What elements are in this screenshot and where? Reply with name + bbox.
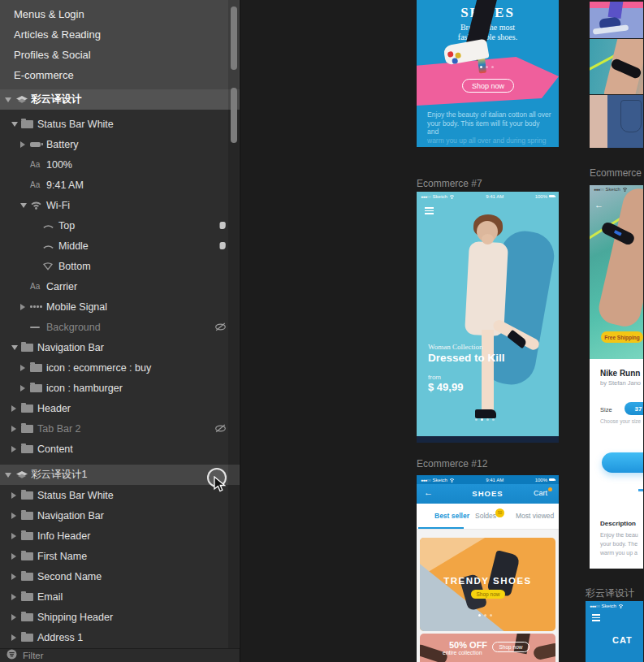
back-arrow-icon: ← [594,200,603,210]
artboard-nike-product[interactable]: ●●●○○ Sketch ← Free Shipping Nike Runn b… [590,185,643,569]
triangle-collapsed-icon[interactable] [11,426,21,432]
layer-label: Battery [46,139,79,150]
hamburger-icon [425,207,434,216]
triangle-collapsed-icon[interactable] [11,553,21,560]
artboard-title: 彩云译设计 [31,93,82,106]
layer-row[interactable]: Aa100% [0,154,240,175]
artboard-ecommerce-7[interactable]: ●●●○○ Sketch 9:41 AM 100% Woman Collecti… [417,192,559,443]
layer-row[interactable]: Header [0,398,240,418]
page-item[interactable]: Profiles & Social [0,45,240,65]
layer-row[interactable]: Status Bar White [0,485,240,505]
triangle-open-icon[interactable] [11,345,21,350]
triangle-open-icon[interactable] [5,97,15,102]
triangle-collapsed-icon[interactable] [11,533,21,539]
layer-row[interactable]: Bottom [0,256,240,276]
layer-row[interactable]: Middle [0,236,240,256]
layer-label: Wi-Fi [46,200,70,211]
triangle-collapsed-icon[interactable] [11,405,21,412]
size-hint: Choose your size [600,418,641,424]
filter-bar[interactable]: Filter [0,648,240,662]
page-label: Articles & Reading [14,28,101,41]
layer-label: Shipping Header [37,612,113,623]
layer-row[interactable]: Email [0,586,240,607]
hidden-eye-icon[interactable] [214,424,227,433]
triangle-collapsed-icon[interactable] [11,573,21,580]
layer-row[interactable]: First Name [0,546,240,566]
layer-row[interactable]: Content [0,439,240,459]
triangle-collapsed-icon[interactable] [11,594,21,600]
triangle-open-icon[interactable] [11,122,21,127]
tab-best-seller: Best seller [434,512,469,520]
layer-label: Content [37,443,73,455]
layer-row[interactable]: Top [0,215,240,236]
page-item[interactable]: Menus & Login [0,4,240,24]
folder-icon [21,552,37,560]
layer-row[interactable]: Shipping Header [0,607,240,627]
battery-icon [549,478,555,482]
scrollbar-thumb[interactable] [231,6,237,70]
tile-denim [590,95,643,148]
layer-row[interactable]: Aa9:41 AM [0,175,240,195]
layer-row[interactable]: Info Header [0,526,240,546]
layer-row[interactable]: Battery [0,134,240,154]
artboard-categories[interactable]: ●●●○○ Sketch CAT [586,601,643,662]
artboard-photo-tiles[interactable]: AC [590,0,643,148]
artboard-label[interactable]: Ecommerce #12 [417,458,487,469]
pages-list: Menus & LoginArticles & ReadingProfiles … [0,0,240,89]
price: $ 49,99 [428,381,463,393]
canvas[interactable]: SHOES Browse the most fashionable shoes.… [240,0,643,662]
battery-icon [30,142,46,147]
wifi-outline-icon [42,262,58,270]
triangle-collapsed-icon[interactable] [11,634,21,641]
folder-icon [21,120,37,128]
artboard-label[interactable]: Ecommerce [590,167,642,179]
layer-row[interactable]: 彩云译设计1 [0,465,240,485]
triangle-collapsed-icon[interactable] [11,513,21,519]
layer-label: Header [37,403,71,414]
arc-icon [42,222,58,229]
artboard-shoes-hero[interactable]: SHOES Browse the most fashionable shoes.… [417,0,559,147]
tab-most-viewed: Most viewed [516,512,554,520]
layer-row[interactable]: icon : hamburger [0,378,240,398]
layer-row[interactable]: icon : ecommerce : buy [0,357,240,378]
description-label: Description [600,520,636,527]
triangle-open-icon[interactable] [20,203,30,208]
layer-row[interactable]: Mobile Signal [0,296,240,317]
triangle-collapsed-icon[interactable] [20,304,30,310]
layer-row[interactable]: Navigation Bar [0,505,240,526]
layer-row[interactable]: Tab Bar 2 [0,418,240,439]
hidden-eye-icon[interactable] [214,322,227,331]
triangle-collapsed-icon[interactable] [20,141,30,148]
layer-row[interactable]: Navigation Bar [0,337,240,357]
artboard-row-selected[interactable]: 彩云译设计 [0,89,240,110]
layer-label: Second Name [37,571,102,582]
page-item[interactable]: E-commerce [0,65,240,85]
tile-skateboard [590,2,643,38]
triangle-collapsed-icon[interactable] [20,385,30,392]
page-label: Profiles & Social [14,49,91,61]
model-leg [482,330,494,415]
triangle-collapsed-icon[interactable] [20,365,30,371]
artboard-label[interactable]: Ecommerce #7 [417,178,482,189]
folder-icon [30,384,46,392]
folder-icon [30,364,46,372]
scrollbar-track[interactable] [228,0,239,648]
triangle-collapsed-icon[interactable] [11,614,21,621]
scrollbar-thumb[interactable] [231,88,237,143]
triangle-collapsed-icon[interactable] [11,446,21,452]
triangle-open-icon[interactable] [5,473,15,478]
wifi-icon [618,604,624,608]
page-item[interactable]: Articles & Reading [0,24,240,45]
layer-row[interactable]: AaCarrier [0,276,240,296]
text-style-icon: Aa [30,180,46,189]
artboard-ecommerce-12[interactable]: ●●●○○ Sketch 9:41 AM 100% ← SHOES Cart B… [417,475,559,662]
layer-row[interactable]: Address 1 [0,627,240,647]
folder-icon [21,634,37,642]
layer-row[interactable]: Background [0,317,240,337]
layer-row[interactable]: Second Name [0,566,240,586]
layer-label: 9:41 AM [46,180,84,191]
artboard-label[interactable]: 彩云译设计 [586,586,634,600]
triangle-collapsed-icon[interactable] [11,492,21,499]
layer-row[interactable]: Wi-Fi [0,195,240,215]
layer-row[interactable]: Status Bar White [0,114,240,134]
